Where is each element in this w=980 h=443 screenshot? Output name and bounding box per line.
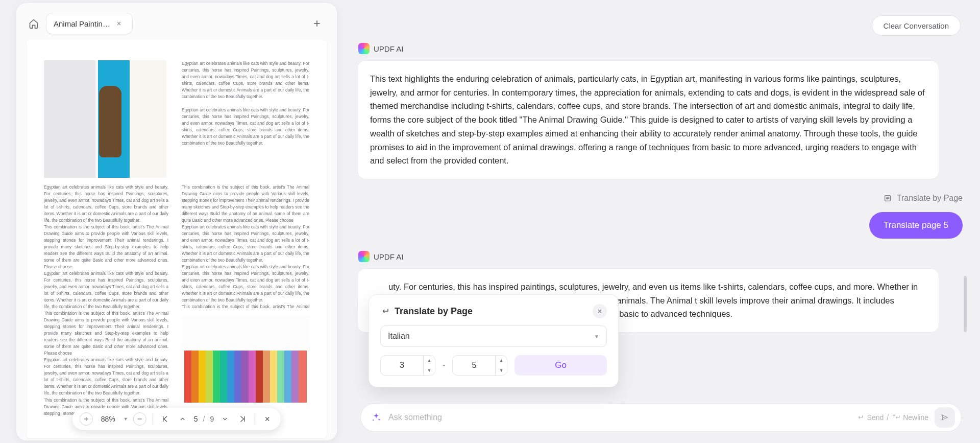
pdf-page: Egyptian art celebrates animals like cat… [27, 40, 327, 438]
return-icon [380, 307, 389, 316]
page-separator: / [203, 415, 205, 423]
ai-message-block: UPDF AI This text highlights the endurin… [357, 43, 965, 179]
zoom-value[interactable]: 88% [98, 415, 118, 423]
hint-newline: Newline [903, 413, 928, 422]
prev-page-button[interactable] [177, 413, 189, 425]
send-button[interactable] [935, 407, 955, 428]
language-select[interactable]: Italian ▼ [380, 325, 607, 347]
page-image-top [44, 60, 166, 178]
language-value: Italian [388, 332, 410, 341]
toolbar-separator [153, 413, 153, 425]
page-from-up[interactable]: ▲ [424, 355, 435, 365]
home-button[interactable] [26, 15, 42, 32]
translate-page-button[interactable]: Translate page 5 [869, 212, 963, 239]
shift-enter-icon [892, 413, 900, 422]
last-page-button[interactable] [236, 413, 249, 425]
chevron-down-icon: ▼ [594, 334, 599, 339]
page-toolbar: 88% ▼ 5 / 9 [72, 408, 281, 430]
document-panel: Animal Paintin… Egyptian art celebrates … [16, 3, 337, 440]
popover-header: Translate by Page [380, 304, 607, 318]
tab-bar: Animal Paintin… [16, 3, 337, 37]
new-tab-button[interactable] [309, 16, 325, 31]
popover-title: Translate by Page [395, 306, 473, 317]
hint-send: Send [867, 413, 884, 422]
page-to-field[interactable]: 5 ▲ ▼ [452, 355, 507, 376]
page-image-bottom [182, 316, 309, 403]
ai-message: This text highlights the enduring celebr… [357, 60, 939, 179]
ai-header: UPDF AI [358, 251, 965, 262]
toolbar-separator [255, 413, 255, 425]
page-from-down[interactable]: ▼ [424, 365, 435, 376]
tab-close-button[interactable] [114, 19, 124, 28]
close-toolbar-button[interactable] [261, 413, 274, 425]
hint-sep: / [887, 413, 889, 422]
chat-text-input[interactable] [388, 413, 850, 422]
list-icon [884, 194, 892, 202]
range-dash: - [443, 361, 445, 370]
zoom-in-button[interactable] [80, 412, 93, 426]
scrollbar-thumb[interactable] [964, 276, 967, 332]
page-range-row: 3 ▲ ▼ - 5 ▲ ▼ Go [380, 355, 607, 376]
ai-header: UPDF AI [358, 43, 965, 54]
document-tab[interactable]: Animal Paintin… [46, 13, 133, 34]
ai-name: UPDF AI [374, 44, 403, 53]
page-from-field[interactable]: 3 ▲ ▼ [380, 355, 435, 376]
translate-by-page-link[interactable]: Translate by Page [357, 194, 963, 203]
zoom-chevron-icon[interactable]: ▼ [124, 416, 128, 422]
translate-by-page-label: Translate by Page [897, 194, 963, 203]
input-hints: Send / Newline [856, 413, 928, 422]
page-from-value: 3 [381, 361, 423, 370]
popover-close-button[interactable] [593, 304, 607, 318]
page-to-down[interactable]: ▼ [496, 365, 507, 376]
page-text-col-right-top: Egyptian art celebrates animals like cat… [182, 60, 309, 179]
chat-header: Clear Conversation [357, 0, 965, 41]
clear-conversation-button[interactable]: Clear Conversation [872, 15, 961, 36]
ai-name: UPDF AI [374, 252, 403, 261]
updf-logo-icon [358, 251, 370, 262]
go-button[interactable]: Go [514, 355, 607, 376]
sparkle-icon [370, 411, 382, 424]
first-page-button[interactable] [159, 413, 172, 425]
enter-key-icon [856, 413, 864, 422]
page-current[interactable]: 5 [194, 415, 198, 423]
page-text-col-right-mid: This combination is the subject of this … [182, 184, 309, 311]
chat-input: Send / Newline [360, 403, 962, 432]
translate-popover: Translate by Page Italian ▼ 3 ▲ ▼ - 5 ▲ … [369, 294, 619, 387]
page-to-up[interactable]: ▲ [496, 355, 507, 365]
page-viewport[interactable]: Egyptian art celebrates animals like cat… [16, 37, 337, 440]
next-page-button[interactable] [219, 413, 231, 425]
page-text-col-left: Egyptian art celebrates animals like cat… [44, 184, 168, 418]
chat-input-area: Send / Newline [357, 401, 965, 443]
page-to-steppers: ▲ ▼ [495, 355, 507, 376]
page-total: 9 [210, 415, 214, 423]
updf-logo-icon [358, 43, 370, 54]
tab-label: Animal Paintin… [54, 19, 110, 28]
page-to-value: 5 [453, 361, 495, 370]
page-from-steppers: ▲ ▼ [423, 355, 435, 376]
zoom-out-button[interactable] [133, 412, 146, 426]
